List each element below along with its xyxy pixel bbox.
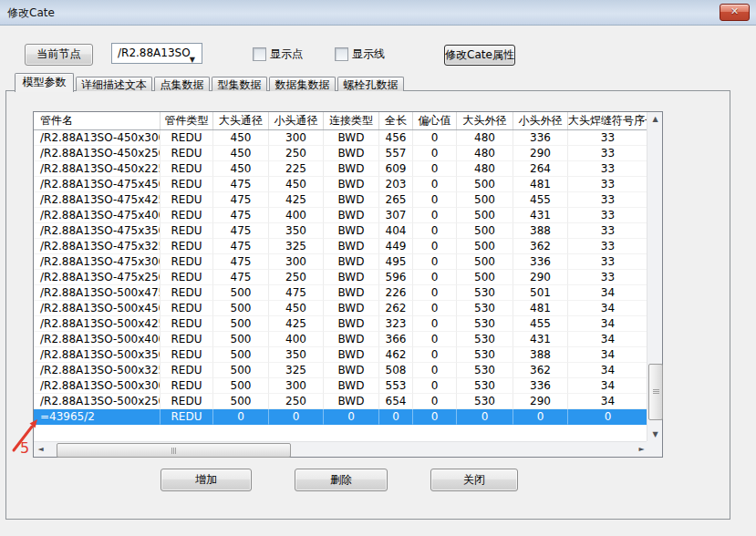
table-cell: 262	[379, 301, 413, 316]
table-cell: 0	[413, 378, 457, 394]
table-row[interactable]: /R2.88A13SO-475x250REDU475250BWD59605002…	[34, 270, 648, 285]
table-row[interactable]: /R2.88A13SO-500x325REDU500325BWD50805303…	[34, 363, 648, 378]
table-cell: 0	[324, 409, 379, 425]
table-cell: REDU	[161, 363, 213, 378]
table-cell: 480	[457, 161, 513, 177]
table-cell: REDU	[161, 208, 213, 223]
table-cell: /R2.88A13SO-475x250	[34, 270, 161, 285]
table-cell: 431	[513, 332, 568, 347]
table-cell: 404	[379, 223, 413, 239]
thumb-grip-icon	[653, 389, 659, 395]
vertical-scrollbar-thumb[interactable]	[648, 364, 663, 420]
table-cell: 0	[413, 208, 457, 223]
current-node-button[interactable]: 当前节点	[25, 44, 93, 66]
scrollbar-corner	[647, 441, 662, 457]
horizontal-scrollbar[interactable]: ◄ ►	[34, 441, 648, 457]
column-header: 全长	[379, 112, 413, 129]
table-row[interactable]: /R2.88A13SO-475x400REDU475400BWD30705004…	[34, 208, 648, 223]
table-cell: 34	[568, 285, 648, 301]
table-cell: 0	[413, 363, 457, 378]
table-cell: BWD	[324, 301, 379, 316]
column-header: 小头外径	[513, 112, 568, 129]
table-row[interactable]: /R2.88A13SO-500x450REDU500450BWD26205304…	[34, 301, 648, 316]
table-row[interactable]: /R2.88A13SO-475x425REDU475425BWD26505004…	[34, 192, 648, 208]
table-cell: BWD	[324, 254, 379, 270]
scroll-down-icon[interactable]: ▼	[647, 428, 663, 441]
close-button[interactable]: 关闭	[430, 469, 518, 491]
table-cell: REDU	[161, 254, 213, 270]
table-cell: /R2.88A13SO-500x450	[34, 301, 161, 316]
horizontal-scrollbar-thumb[interactable]	[57, 443, 291, 458]
table-row[interactable]: /R2.88A13SO-475x300REDU475300BWD49505003…	[34, 254, 648, 270]
table-row[interactable]: /R2.88A13SO-500x350REDU500350BWD46205303…	[34, 347, 648, 363]
tab-2[interactable]: 详细描述文本	[76, 77, 152, 91]
table-cell: 481	[513, 177, 568, 192]
table-cell: 388	[513, 347, 568, 363]
table-cell: REDU	[161, 285, 213, 301]
table-cell: 325	[269, 363, 324, 378]
table-row[interactable]: /R2.88A13SO-475x450REDU475450BWD20305004…	[34, 177, 648, 192]
column-header: 管件名	[34, 112, 161, 129]
table-cell: 500	[457, 270, 513, 285]
table-cell: 250	[269, 270, 324, 285]
table-row[interactable]: /R2.88A13SO-500x475REDU500475BWD22605305…	[34, 285, 648, 301]
table-cell: 34	[568, 363, 648, 378]
table-cell: 388	[513, 223, 568, 239]
tab-5[interactable]: 数据集数据	[269, 77, 336, 91]
column-header: 管件类型	[161, 112, 213, 129]
table-row[interactable]: /R2.88A13SO-450x250REDU450250BWD55704802…	[34, 146, 648, 161]
table-body: /R2.88A13SO-450x300REDU450300BWD45604803…	[34, 130, 648, 425]
scroll-left-icon[interactable]: ◄	[34, 442, 47, 458]
table-row[interactable]: =43965/2REDU00000000	[34, 409, 648, 425]
tab-6[interactable]: 螺栓孔数据	[337, 77, 404, 91]
table-cell: 480	[457, 130, 513, 146]
tab-1[interactable]: 模型参数	[15, 73, 74, 92]
table-cell: 530	[457, 378, 513, 394]
table-cell: 0	[413, 409, 457, 425]
table-cell: 0	[413, 270, 457, 285]
table-cell: 0	[413, 177, 457, 192]
scroll-up-icon[interactable]: ▲	[647, 112, 663, 126]
table-row[interactable]: /R2.88A13SO-500x300REDU500300BWD55305303…	[34, 378, 648, 394]
table-cell: 400	[269, 208, 324, 223]
table-cell: 0	[413, 239, 457, 254]
table-cell: 456	[379, 130, 413, 146]
tab-4[interactable]: 型集数据	[212, 77, 267, 91]
add-button[interactable]: 增加	[161, 469, 252, 491]
window-title: 修改Cate	[7, 5, 55, 21]
table-cell: 500	[213, 332, 269, 347]
vertical-scrollbar[interactable]: ▲ ▼	[647, 112, 662, 441]
table-cell: /R2.88A13SO-475x350	[34, 223, 161, 239]
table-cell: 34	[568, 394, 648, 409]
table-row[interactable]: /R2.88A13SO-450x225REDU450225BWD60904802…	[34, 161, 648, 177]
table-row[interactable]: /R2.88A13SO-475x325REDU475325BWD44905003…	[34, 239, 648, 254]
close-icon[interactable]: ✕	[720, 4, 750, 21]
node-combobox[interactable]: /R2.88A13SO ▼	[111, 43, 202, 64]
table-cell: 290	[513, 270, 568, 285]
show-lines-label: 显示线	[352, 46, 385, 62]
table-cell: REDU	[161, 161, 213, 177]
table-cell: 500	[213, 394, 269, 409]
table-cell: 475	[213, 223, 269, 239]
title-bar[interactable]: 修改Cate ✕	[0, 0, 756, 26]
show-points-checkbox[interactable]: 显示点	[253, 46, 303, 61]
table-cell: 323	[379, 316, 413, 332]
thumb-grip-icon	[171, 448, 177, 454]
table-row[interactable]: /R2.88A13SO-450x300REDU450300BWD45604803…	[34, 130, 648, 146]
tab-3[interactable]: 点集数据	[154, 77, 210, 91]
table-row[interactable]: /R2.88A13SO-500x425REDU500425BWD32305304…	[34, 316, 648, 332]
table-cell: 0	[413, 394, 457, 409]
modify-cate-attr-button[interactable]: 修改Cate属性	[444, 45, 515, 66]
table-cell: 325	[269, 239, 324, 254]
table-cell: 500	[213, 285, 269, 301]
table-row[interactable]: /R2.88A13SO-500x250REDU500250BWD65405302…	[34, 394, 648, 409]
table-row[interactable]: /R2.88A13SO-500x400REDU500400BWD36605304…	[34, 332, 648, 347]
delete-button[interactable]: 删除	[295, 469, 388, 491]
table-cell: 33	[568, 146, 648, 161]
show-lines-checkbox[interactable]: 显示线	[335, 46, 385, 61]
table-cell: /R2.88A13SO-500x350	[34, 347, 161, 363]
table-cell: 250	[269, 146, 324, 161]
table-cell: 500	[457, 177, 513, 192]
table-cell: BWD	[324, 177, 379, 192]
table-row[interactable]: /R2.88A13SO-475x350REDU475350BWD40405003…	[34, 223, 648, 239]
